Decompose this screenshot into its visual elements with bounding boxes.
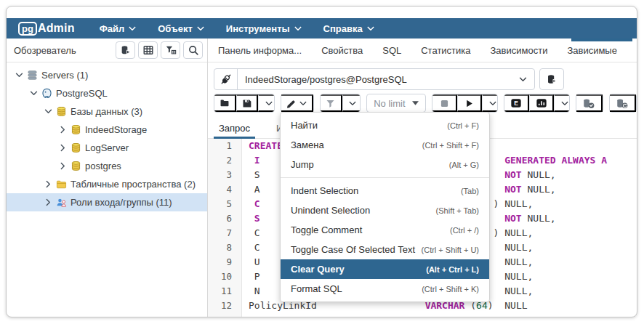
tree-item[interactable]: Табличные пространства (2) — [7, 175, 207, 193]
server-stack-icon — [25, 70, 39, 81]
context-menu-item-label: Format SQL — [291, 283, 342, 294]
database-connect-button[interactable] — [116, 41, 135, 59]
rollback-button[interactable] — [610, 94, 636, 112]
database-icon — [69, 161, 83, 171]
menubar-item-label: Файл — [100, 23, 125, 34]
tree-item[interactable]: LogServer — [7, 139, 207, 157]
tree-item-label: IndeedStorage — [85, 124, 147, 135]
query-tab-0[interactable]: Запрос — [214, 118, 255, 138]
line-number: 12 — [208, 299, 241, 313]
context-menu-item-0[interactable]: Найти(Ctrl + F) — [281, 116, 489, 135]
menubar-item-2[interactable]: Инструменты — [226, 23, 302, 34]
tree-item[interactable]: Базы данных (3) — [7, 102, 207, 121]
stop-icon — [439, 98, 450, 109]
file-button-group — [214, 94, 275, 113]
context-menu-item-3[interactable]: Indent Selection(Tab) — [281, 181, 489, 201]
tree-item[interactable]: IndeedStorage — [7, 121, 207, 139]
save-button[interactable] — [236, 94, 258, 112]
panel-tab-1[interactable]: Свойства — [321, 45, 363, 56]
connection-caret-icon[interactable] — [512, 77, 534, 82]
object-explorer-panel: Обозреватель Servers (1)PostgreSQLБазы д… — [7, 39, 208, 317]
explorer-toolbar — [116, 41, 203, 59]
open-file-icon — [219, 98, 230, 108]
svg-text:E: E — [514, 100, 518, 107]
menubar-item-label: Инструменты — [226, 23, 290, 34]
context-menu-item-5[interactable]: Toggle Comment(Ctrl + /) — [281, 220, 489, 240]
menubar-item-0[interactable]: Файл — [100, 23, 137, 34]
folder-icon — [55, 179, 68, 190]
menubar-item-3[interactable]: Справка — [323, 23, 374, 34]
panel-tab-2[interactable]: SQL — [382, 45, 401, 56]
context-menu-item-shortcut: (Ctrl + Shift + K) — [422, 285, 479, 293]
filter-button[interactable] — [321, 94, 342, 112]
filter-options-button[interactable] — [342, 94, 361, 112]
context-menu-item-label: Indent Selection — [291, 185, 358, 196]
tree-item[interactable]: postgres — [7, 157, 207, 175]
chevron-down-icon — [349, 101, 356, 106]
panel-tab-3[interactable]: Статистика — [421, 45, 470, 56]
tree-item[interactable]: PostgreSQL — [7, 84, 207, 102]
chevron-down-icon — [197, 26, 204, 31]
connection-bar: IndeedStorage/postgres@PostgreSQL — [214, 68, 637, 90]
execute-options-button[interactable] — [482, 94, 498, 112]
context-menu-item-2[interactable]: Jump(Alt + G) — [281, 155, 489, 174]
save-icon — [241, 98, 252, 109]
menubar-item-label: Справка — [323, 23, 363, 34]
execute-button[interactable] — [457, 94, 482, 112]
edit-menu-button[interactable] — [281, 94, 313, 112]
context-menu-item-8[interactable]: Format SQL(Ctrl + Shift + K) — [281, 279, 489, 299]
open-file-button[interactable] — [214, 94, 236, 112]
expand-chevron-icon[interactable] — [41, 180, 55, 188]
tree-item[interactable]: Роли входа/группы (11) — [7, 193, 207, 211]
panel-tab-4[interactable]: Зависимости — [491, 45, 548, 56]
commit-button-wrap — [576, 94, 603, 113]
context-menu-item-7[interactable]: Clear Query(Alt + Ctrl + L) — [281, 259, 489, 279]
table-grid-button[interactable] — [138, 41, 158, 59]
menubar-item-1[interactable]: Объект — [158, 23, 204, 34]
line-number: 4 — [208, 182, 241, 197]
filter-button-group — [320, 94, 361, 113]
chevron-down-icon — [265, 101, 273, 106]
context-menu-item-label: Unindent Selection — [291, 205, 370, 216]
context-menu-item-4[interactable]: Unindent Selection(Shift + Tab) — [281, 201, 489, 220]
filter-table-button[interactable] — [161, 41, 180, 59]
collapse-chevron-icon[interactable] — [27, 91, 40, 96]
connection-combobox[interactable]: IndeedStorage/postgres@PostgreSQL — [214, 68, 535, 90]
context-menu-item-label: Toggle Comment — [291, 224, 362, 235]
tree-item-label: Servers (1) — [41, 70, 88, 81]
stop-button[interactable] — [432, 94, 457, 112]
explain-options-button[interactable] — [554, 94, 570, 112]
explain-button[interactable]: E — [504, 94, 529, 112]
new-connection-button[interactable] — [539, 68, 564, 90]
expand-chevron-icon[interactable] — [56, 162, 69, 170]
expand-chevron-icon[interactable] — [56, 144, 69, 152]
explorer-header: Обозреватель — [7, 39, 207, 62]
row-limit-select[interactable]: No limit — [366, 94, 426, 113]
pgadmin-logo[interactable]: pg Admin — [18, 22, 75, 36]
rollback-button-wrap — [609, 94, 637, 113]
context-menu-item-1[interactable]: Замена(Ctrl + Shift + F) — [281, 135, 489, 155]
collapse-chevron-icon[interactable] — [41, 109, 55, 114]
search-icon — [188, 44, 199, 56]
login-roles-icon — [55, 197, 68, 208]
line-number: 10 — [208, 270, 241, 284]
panel-tab-5[interactable]: Зависимые — [567, 45, 617, 56]
collapse-chevron-icon[interactable] — [12, 73, 25, 78]
panel-tab-0[interactable]: Панель информа... — [218, 45, 302, 56]
select-caret-icon — [412, 101, 419, 105]
line-number: 9 — [208, 255, 241, 270]
tree-item[interactable]: Servers (1) — [7, 66, 207, 84]
context-menu-item-shortcut: (Alt + Ctrl + L) — [426, 265, 479, 274]
commit-button[interactable] — [576, 94, 603, 112]
explain-analyze-button[interactable] — [529, 94, 554, 112]
context-menu-item-6[interactable]: Toggle Case Of Selected Text(Ctrl + Shif… — [281, 240, 489, 259]
save-options-button[interactable] — [258, 94, 275, 112]
database-switch-icon — [546, 73, 558, 85]
search-button[interactable] — [183, 41, 203, 59]
chevron-down-icon — [489, 101, 496, 106]
context-menu-item-shortcut: (Ctrl + /) — [450, 226, 479, 235]
execute-play-icon — [464, 98, 475, 109]
connection-value: IndeedStorage/postgres@PostgreSQL — [238, 74, 512, 85]
expand-chevron-icon[interactable] — [41, 198, 55, 206]
expand-chevron-icon[interactable] — [56, 126, 69, 134]
